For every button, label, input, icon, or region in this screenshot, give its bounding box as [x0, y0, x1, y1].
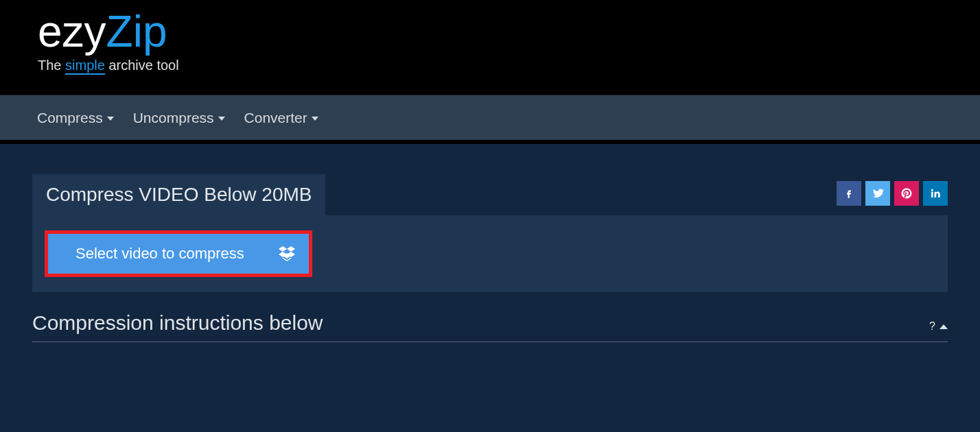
dropbox-button[interactable] [272, 234, 309, 274]
share-facebook-button[interactable] [837, 181, 861, 206]
instructions-toggle[interactable]: ? [929, 320, 948, 333]
social-share-bar [837, 181, 948, 206]
chevron-down-icon [218, 117, 225, 121]
chevron-down-icon [312, 117, 318, 121]
linkedin-icon [929, 187, 942, 200]
page-title: Compress VIDEO Below 20MB [32, 174, 325, 215]
twitter-icon [871, 187, 885, 200]
chevron-down-icon [107, 117, 114, 121]
site-header: ezyZip The simple archive tool [0, 0, 980, 95]
main-nav: Compress Uncompress Converter [0, 95, 980, 140]
tagline-pre: The [38, 58, 65, 73]
instructions-title: Compression instructions below [32, 311, 323, 335]
nav-compress-label: Compress [37, 110, 103, 126]
nav-converter-label: Converter [244, 110, 307, 126]
logo-tagline: The simple archive tool [38, 58, 980, 73]
upload-panel: Select video to compress [32, 215, 948, 292]
select-video-label: Select video to compress [75, 245, 244, 263]
share-pinterest-button[interactable] [894, 181, 919, 206]
share-twitter-button[interactable] [865, 181, 890, 206]
nav-converter[interactable]: Converter [244, 110, 318, 126]
logo-text-zip: Zip [106, 10, 167, 53]
help-icon: ? [929, 320, 935, 333]
chevron-up-icon [940, 324, 948, 329]
nav-uncompress-label: Uncompress [133, 110, 214, 126]
tagline-emphasis: simple [65, 58, 105, 73]
select-video-group: Select video to compress [45, 230, 312, 277]
pinterest-icon [900, 187, 913, 200]
tagline-post: archive tool [105, 58, 179, 73]
main-content: Compress VIDEO Below 20MB Select video t… [0, 144, 980, 342]
title-row: Compress VIDEO Below 20MB [32, 174, 948, 215]
dropbox-icon [279, 246, 295, 261]
facebook-icon [843, 187, 855, 200]
share-linkedin-button[interactable] [923, 181, 948, 206]
logo-text-ezy: ezy [38, 10, 106, 53]
select-video-button[interactable]: Select video to compress [48, 234, 272, 274]
nav-uncompress[interactable]: Uncompress [133, 110, 225, 126]
nav-compress[interactable]: Compress [37, 110, 114, 126]
instructions-header[interactable]: Compression instructions below ? [32, 311, 948, 342]
site-logo[interactable]: ezyZip [38, 10, 980, 53]
